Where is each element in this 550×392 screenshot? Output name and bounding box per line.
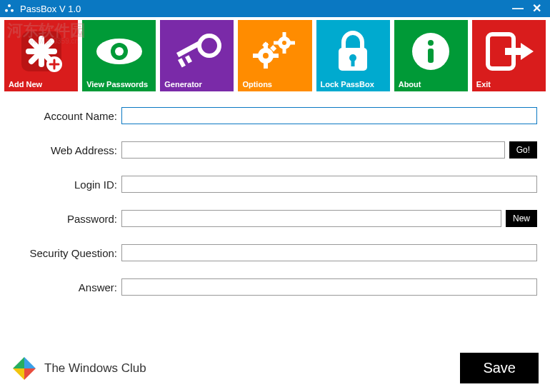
svg-rect-24: [273, 54, 279, 58]
login-id-input[interactable]: [121, 176, 537, 193]
svg-point-13: [115, 47, 124, 56]
svg-rect-22: [264, 63, 268, 69]
password-input[interactable]: [121, 210, 501, 227]
svg-rect-32: [290, 41, 295, 45]
titlebar: PassBox V 1.0 — ✕: [0, 0, 550, 17]
svg-point-15: [209, 40, 214, 46]
footer: The Windows Club Save: [11, 353, 539, 383]
app-icon: [3, 2, 16, 15]
svg-point-2: [11, 9, 14, 12]
asterisk-add-icon: [7, 24, 75, 79]
svg-rect-30: [282, 49, 286, 54]
save-button[interactable]: Save: [460, 353, 539, 383]
web-address-label: Web Address:: [13, 144, 121, 156]
tile-label: Options: [241, 79, 272, 89]
generator-tile[interactable]: Generator: [160, 20, 234, 91]
svg-marker-42: [24, 357, 36, 368]
svg-marker-43: [24, 368, 36, 380]
svg-point-37: [428, 40, 434, 46]
close-button[interactable]: ✕: [532, 4, 541, 14]
about-tile[interactable]: About: [394, 20, 468, 91]
gears-icon: [241, 24, 309, 79]
tile-label: Add New: [7, 79, 42, 89]
svg-point-1: [5, 9, 8, 12]
windows-club-logo-icon: [11, 356, 37, 381]
tile-label: Lock PassBox: [319, 79, 374, 89]
info-icon: [397, 24, 465, 79]
svg-point-28: [282, 41, 286, 45]
options-tile[interactable]: Options: [238, 20, 311, 91]
new-password-button[interactable]: New: [506, 210, 537, 227]
svg-rect-18: [185, 55, 192, 64]
svg-marker-45: [13, 357, 24, 368]
svg-marker-41: [521, 43, 534, 60]
security-question-input[interactable]: [121, 244, 537, 261]
svg-marker-44: [13, 368, 24, 380]
login-id-label: Login ID:: [13, 179, 121, 191]
svg-rect-31: [274, 41, 279, 45]
svg-point-14: [199, 36, 219, 56]
lock-passbox-tile[interactable]: Lock PassBox: [316, 20, 390, 91]
web-address-input[interactable]: [121, 141, 505, 159]
svg-rect-35: [351, 59, 355, 66]
go-button[interactable]: Go!: [509, 141, 537, 159]
svg-point-20: [263, 53, 269, 59]
brand-text: The Windows Club: [44, 361, 146, 376]
form: Account Name: Web Address: Go! Login ID:…: [0, 94, 550, 296]
lock-icon: [319, 24, 387, 79]
toolbar: Add New View Passwords Generator Options…: [0, 17, 550, 94]
answer-input[interactable]: [121, 278, 537, 296]
tile-label: View Passwords: [85, 79, 148, 89]
exit-icon: [475, 24, 543, 79]
tile-label: Generator: [163, 79, 202, 89]
brand: The Windows Club: [11, 356, 146, 381]
svg-rect-29: [282, 32, 286, 37]
add-new-tile[interactable]: Add New: [4, 20, 78, 91]
svg-rect-38: [428, 49, 434, 63]
eye-icon: [85, 24, 153, 79]
tile-label: About: [397, 79, 421, 89]
app-title: PassBox V 1.0: [20, 4, 512, 14]
account-name-label: Account Name:: [13, 110, 121, 122]
account-name-input[interactable]: [121, 107, 537, 124]
tile-label: Exit: [475, 79, 491, 89]
key-icon: [163, 24, 231, 79]
svg-rect-23: [253, 54, 259, 58]
svg-point-0: [8, 4, 11, 7]
answer-label: Answer:: [13, 281, 121, 293]
exit-tile[interactable]: Exit: [472, 20, 546, 91]
svg-rect-17: [178, 58, 186, 67]
password-label: Password:: [13, 213, 121, 225]
minimize-button[interactable]: —: [512, 4, 524, 14]
security-question-label: Security Question:: [13, 247, 121, 259]
view-passwords-tile[interactable]: View Passwords: [82, 20, 156, 91]
